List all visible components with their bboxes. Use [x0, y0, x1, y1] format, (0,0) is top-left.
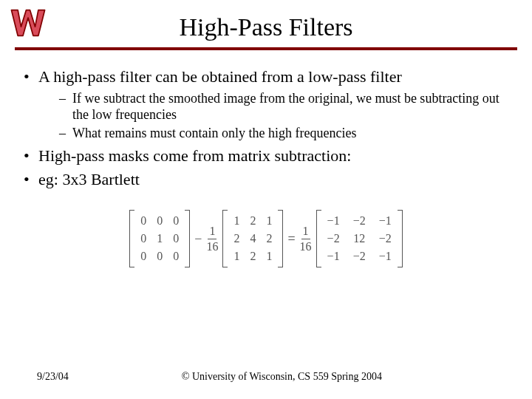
matrix-bartlett: 121 242 121: [222, 210, 283, 267]
equals-sign: =: [287, 231, 295, 247]
wisconsin-w-logo: [9, 6, 47, 40]
bullet-1-sub-1: If we subtract the smoothed image from t…: [59, 90, 511, 123]
fraction-1-16-right: 1 16: [300, 225, 312, 253]
title-rule: [15, 47, 517, 50]
footer-copyright: © University of Wisconsin, CS 559 Spring…: [69, 371, 532, 383]
slide-footer: 9/23/04 © University of Wisconsin, CS 55…: [0, 371, 532, 383]
slide-title: High-Pass Filters: [0, 13, 532, 41]
fraction-1-16-left: 1 16: [206, 225, 218, 253]
bullet-1: A high-pass filter can be obtained from …: [21, 66, 511, 141]
bullet-3: eg: 3x3 Bartlett: [21, 169, 511, 190]
bullet-2: High-pass masks come from matrix subtrac…: [21, 146, 511, 166]
footer-date: 9/23/04: [0, 371, 69, 383]
slide-header: High-Pass Filters: [0, 0, 532, 50]
matrix-result: −1−2−1 −212−2 −1−2−1: [316, 210, 403, 267]
minus-sign: −: [194, 231, 202, 247]
slide-content: A high-pass filter can be obtained from …: [0, 50, 532, 270]
bullet-1-sub-2: What remains must contain only the high …: [59, 125, 511, 142]
bullet-1-text: A high-pass filter can be obtained from …: [38, 67, 402, 86]
matrix-identity: 000 010 000: [129, 210, 190, 267]
equation: 000 010 000 − 1 16 121 242 121: [21, 210, 511, 270]
